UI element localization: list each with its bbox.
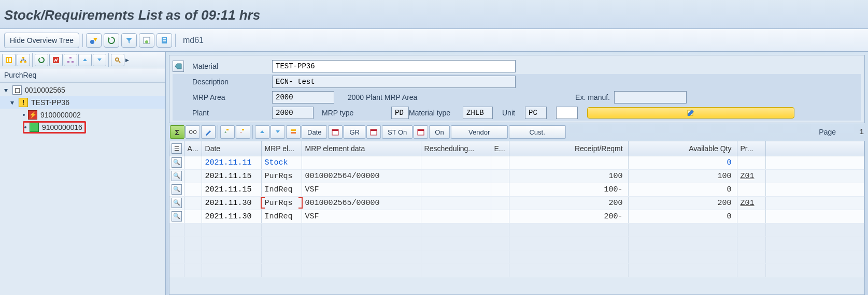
subtotal-icon[interactable] — [286, 125, 301, 139]
cell-date: 2021.11.15 — [202, 183, 261, 196]
configure-columns-icon[interactable]: ☰ — [172, 143, 182, 154]
table-row[interactable]: 🔍2021.11.11Stock0 — [169, 156, 864, 169]
details-icon[interactable]: 🔍 — [172, 211, 182, 222]
mrp-area-field — [272, 91, 334, 104]
delete-row-icon[interactable]: − — [236, 125, 250, 139]
details-icon[interactable]: 🔍 — [172, 184, 182, 195]
unit-extra-input[interactable] — [556, 107, 578, 119]
ex-manuf-field — [614, 91, 687, 104]
svg-rect-26 — [291, 129, 296, 131]
page-title: Stock/Requirements List as of 09:11 hrs — [4, 7, 864, 23]
sum-icon[interactable]: Σ — [170, 125, 184, 139]
table-row[interactable]: 🔍2021.11.15IndReqVSF100-0 — [169, 183, 864, 196]
col-avail[interactable]: Available Qty — [628, 141, 737, 156]
tree-expand-icon[interactable] — [93, 54, 106, 66]
table-row-empty — [169, 263, 864, 277]
table-row[interactable]: 🔍2021.11.30IndReqVSF200-0 — [169, 210, 864, 223]
details-icon[interactable]: 🔍 — [172, 198, 182, 208]
svg-rect-33 — [418, 129, 424, 131]
hide-overview-tree-button[interactable]: Hide Overview Tree — [4, 33, 79, 48]
insert-row-icon[interactable]: + — [220, 125, 235, 139]
col-e[interactable]: E... — [491, 141, 509, 156]
warning-icon: ! — [19, 98, 28, 107]
tree-columns-icon[interactable] — [2, 54, 16, 66]
collapse-icon[interactable] — [255, 125, 269, 139]
svg-rect-9 — [22, 57, 24, 58]
tree-refresh-icon[interactable] — [35, 54, 48, 66]
tree-node-material[interactable]: ▾ ! TEST-PP36 — [0, 96, 165, 109]
expand-icon[interactable] — [271, 125, 285, 139]
material-input[interactable] — [272, 60, 516, 72]
svg-rect-5 — [163, 40, 166, 41]
cust-button[interactable]: Cust. — [509, 125, 566, 139]
ex-manuf-label: Ex. manuf. — [552, 93, 614, 101]
description-label: Description — [189, 78, 272, 86]
glasses-icon[interactable] — [186, 125, 200, 139]
tree-find-icon[interactable] — [111, 54, 124, 66]
expand-toggle-icon[interactable]: ▾ — [10, 98, 17, 107]
body: ▶ PurchReq ▾ ▢ 0010002565 ▾ ! TEST-PP36 … — [0, 52, 868, 295]
calendar-on-icon[interactable] — [414, 125, 428, 139]
cell-date: 2021.11.30 — [202, 196, 261, 210]
details-icon[interactable]: 🔍 — [172, 171, 182, 181]
tree-node-order[interactable]: ⚡ 9100000002 — [0, 109, 165, 121]
cell-e — [491, 169, 509, 183]
cell-date: 2021.11.11 — [202, 156, 261, 169]
expand-header-button[interactable] — [587, 107, 794, 119]
filter-icon[interactable] — [121, 33, 137, 48]
cell-pr — [737, 156, 765, 169]
gr-button[interactable]: GR — [344, 125, 365, 139]
tree-hierarchy-icon[interactable] — [17, 54, 30, 66]
unit-label: Unit — [499, 109, 525, 117]
show-graphic-icon[interactable] — [86, 33, 102, 48]
on-button[interactable]: On — [429, 125, 449, 139]
chevron-right-icon: ▶ — [125, 57, 129, 63]
col-config[interactable]: ☰ — [169, 141, 184, 156]
st-on-button[interactable]: ST On — [382, 125, 412, 139]
tree-node-root[interactable]: ▾ ▢ 0010002565 — [0, 84, 165, 96]
overview-tree: ▾ ▢ 0010002565 ▾ ! TEST-PP36 ⚡ 910000000… — [0, 83, 165, 295]
svg-text:+: + — [224, 130, 227, 135]
refresh-icon[interactable] — [104, 33, 119, 48]
calendar-st-icon[interactable] — [366, 125, 381, 139]
col-mrp-data[interactable]: MRP element data — [302, 141, 421, 156]
details-icon[interactable]: 🔍 — [172, 157, 182, 168]
vendor-button[interactable]: Vendor — [451, 125, 508, 139]
calendar-gr-icon[interactable] — [328, 125, 343, 139]
display-material-icon[interactable] — [173, 61, 184, 72]
toolbar-separator — [32, 53, 33, 67]
col-a[interactable]: A... — [184, 141, 202, 156]
table-row[interactable]: 🔍2021.11.15PurRqs0010002564/00000100100Z… — [169, 169, 864, 183]
tree-node-order-highlighted[interactable]: 9100000016 — [0, 121, 165, 134]
cell-mrp-data: VSF — [302, 183, 421, 196]
col-resched[interactable]: Rescheduling... — [421, 141, 491, 156]
cell-a — [184, 156, 202, 169]
material-type-field — [463, 107, 493, 119]
col-date[interactable]: Date — [202, 141, 261, 156]
cell-a — [184, 210, 202, 223]
table-row-empty — [169, 250, 864, 263]
material-memo-icon[interactable] — [139, 33, 154, 48]
cell-receipt: 100 — [509, 169, 628, 183]
col-pr[interactable]: Pr... — [737, 141, 765, 156]
status-red-icon: ⚡ — [28, 110, 37, 120]
cell-available: 100 — [628, 169, 737, 183]
table-header-row: ☰ A... Date MRP el... MRP element data R… — [169, 141, 864, 156]
cell-resched — [421, 210, 491, 223]
planning-file-entry-icon[interactable] — [156, 33, 172, 48]
tree-collapse-icon[interactable] — [78, 54, 92, 66]
tree-alert-icon[interactable] — [49, 54, 63, 66]
tree-org-icon[interactable] — [64, 54, 77, 66]
svg-rect-14 — [67, 61, 69, 63]
tcode-text: md61 — [183, 36, 204, 45]
col-receipt[interactable]: Receipt/Reqmt — [509, 141, 628, 156]
col-mrp-el[interactable]: MRP el... — [261, 141, 302, 156]
expand-toggle-icon[interactable]: ▾ — [4, 86, 10, 94]
svg-rect-31 — [371, 129, 377, 131]
edit-icon[interactable] — [201, 125, 216, 139]
cell-mrp-element: IndReq — [261, 183, 302, 196]
date-button[interactable]: Date — [302, 125, 327, 139]
material-type-label: Material type — [406, 109, 463, 117]
svg-rect-7 — [7, 58, 8, 62]
table-row[interactable]: 🔍2021.11.30PurRqs0010002565/00000200200Z… — [169, 196, 864, 210]
